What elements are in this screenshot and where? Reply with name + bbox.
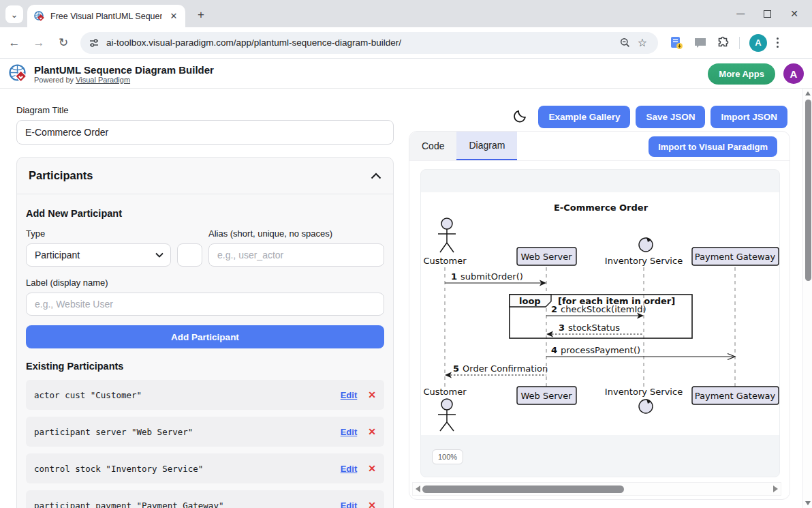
participant-row: participant payment "Payment Gateway" Ed… xyxy=(26,490,384,508)
import-json-button[interactable]: Import JSON xyxy=(710,106,787,128)
tab-close-icon[interactable]: ✕ xyxy=(168,10,180,23)
message-1: 1submitOrder() xyxy=(445,271,546,286)
diagram-viewport[interactable]: E-Commerce Order Customer xyxy=(420,169,780,477)
svg-text:Customer: Customer xyxy=(423,387,467,397)
actor-customer-bottom: Customer xyxy=(423,387,467,431)
scroll-up-icon[interactable] xyxy=(805,91,811,95)
diagram-title-input[interactable] xyxy=(16,120,394,145)
control-inventory-top: Inventory Service xyxy=(605,237,683,266)
comment-icon[interactable] xyxy=(693,37,707,49)
app-logo-icon xyxy=(8,63,29,84)
browser-menu-icon[interactable] xyxy=(777,38,779,48)
spacer-label xyxy=(177,228,202,239)
close-window-icon[interactable]: ✕ xyxy=(790,8,798,19)
type-select-value: Participant xyxy=(35,250,155,260)
zoom-icon[interactable] xyxy=(616,34,634,52)
svg-text:Inventory Service: Inventory Service xyxy=(605,387,683,397)
add-participant-button[interactable]: Add Participant xyxy=(26,325,384,348)
reload-icon[interactable]: ↻ xyxy=(53,33,74,53)
loop-keyword: loop xyxy=(519,296,541,306)
diagram-title-text: E-Commerce Order xyxy=(554,203,649,213)
message-2: 2checkStock(itemId) xyxy=(546,304,646,319)
actor-customer-top: Customer xyxy=(423,218,467,266)
svg-text:Payment Gateway: Payment Gateway xyxy=(695,391,776,401)
dark-mode-toggle[interactable] xyxy=(512,110,526,124)
type-label: Type xyxy=(26,228,171,239)
edit-link[interactable]: Edit xyxy=(341,427,358,437)
participant-web-server-bottom: Web Server xyxy=(517,387,576,404)
import-to-visual-paradigm-button[interactable]: Import to Visual Paradigm xyxy=(649,136,777,157)
horizontal-scroll-thumb[interactable] xyxy=(422,485,624,493)
vertical-scroll-thumb[interactable] xyxy=(805,100,811,281)
delete-icon[interactable]: ✕ xyxy=(368,463,376,474)
save-json-button[interactable]: Save JSON xyxy=(636,106,705,128)
browser-profile-avatar[interactable]: A xyxy=(749,34,767,52)
horizontal-scrollbar[interactable] xyxy=(412,482,781,496)
chevron-down-icon xyxy=(155,252,163,258)
participants-header[interactable]: Participants xyxy=(17,158,393,194)
url-bar[interactable]: ai-toolbox.visual-paradigm.com/app/plant… xyxy=(80,32,658,54)
alias-label: Alias (short, unique, no spaces) xyxy=(208,228,384,239)
participant-web-server-top: Web Server xyxy=(517,248,576,265)
browser-toolbar: ← → ↻ ai-toolbox.visual-paradigm.com/app… xyxy=(0,27,812,59)
new-tab-button[interactable]: + xyxy=(192,6,210,24)
maximize-icon[interactable] xyxy=(764,10,771,18)
svg-text:4processPayment(): 4processPayment() xyxy=(551,345,640,355)
delete-icon[interactable]: ✕ xyxy=(368,500,376,508)
url-text[interactable]: ai-toolbox.visual-paradigm.com/app/plant… xyxy=(106,38,616,48)
display-name-input[interactable] xyxy=(26,293,384,316)
diagram-title-label: Diagram Title xyxy=(16,105,394,115)
message-4: 4processPayment() xyxy=(546,345,735,360)
svg-text:Payment Gateway: Payment Gateway xyxy=(695,252,776,262)
diagram-canvas: E-Commerce Order Customer xyxy=(421,192,779,435)
stereotype-box[interactable] xyxy=(177,243,202,267)
moon-icon xyxy=(512,110,526,124)
forward-icon[interactable]: → xyxy=(29,33,49,53)
tab-code[interactable]: Code xyxy=(409,132,456,160)
display-name-label: Label (display name) xyxy=(26,278,384,288)
scroll-right-icon[interactable] xyxy=(773,485,778,492)
tab-diagram[interactable]: Diagram xyxy=(456,132,517,160)
svg-text:Web Server: Web Server xyxy=(520,252,572,262)
message-5: 5Order Confirmation xyxy=(445,363,548,378)
scroll-down-icon[interactable] xyxy=(805,501,811,505)
scroll-left-icon[interactable] xyxy=(416,485,420,492)
edit-link[interactable]: Edit xyxy=(341,500,358,508)
app-header: PlantUML Sequence Diagram Builder Powere… xyxy=(0,59,812,89)
browser-tab[interactable]: Free Visual PlantUML Sequence ✕ xyxy=(27,5,185,27)
powered-by: Powered by Visual Paradigm xyxy=(34,76,214,84)
reading-list-icon[interactable] xyxy=(669,36,684,50)
minimize-icon[interactable]: — xyxy=(736,9,745,18)
svg-text:Inventory Service: Inventory Service xyxy=(605,256,683,266)
chevron-down-icon: ⌄ xyxy=(11,10,18,20)
edit-link[interactable]: Edit xyxy=(341,390,358,400)
bookmark-star-icon[interactable]: ☆ xyxy=(634,34,651,52)
browser-tab-strip: ⌄ Free Visual PlantUML Sequence ✕ + — ✕ xyxy=(0,0,812,27)
back-icon[interactable]: ← xyxy=(4,33,25,53)
extensions-icon[interactable] xyxy=(717,36,730,49)
zoom-level-badge[interactable]: 100% xyxy=(432,449,463,464)
site-settings-icon[interactable] xyxy=(89,38,99,48)
alias-input[interactable] xyxy=(208,243,384,267)
example-gallery-button[interactable]: Example Gallery xyxy=(538,106,630,128)
chevron-up-icon[interactable] xyxy=(371,173,381,179)
tab-search-button[interactable]: ⌄ xyxy=(5,5,23,23)
participant-row: actor cust "Customer" Edit ✕ xyxy=(26,380,384,410)
visual-paradigm-link[interactable]: Visual Paradigm xyxy=(76,76,130,84)
delete-icon[interactable]: ✕ xyxy=(368,426,376,437)
toolbar-separator xyxy=(739,37,740,49)
svg-text:2checkStock(itemId): 2checkStock(itemId) xyxy=(551,304,646,314)
svg-text:1submitOrder(): 1submitOrder() xyxy=(451,271,523,282)
vertical-scrollbar[interactable] xyxy=(802,89,812,508)
participant-payment-top: Payment Gateway xyxy=(692,248,779,265)
type-select[interactable]: Participant xyxy=(26,243,171,267)
app-title: PlantUML Sequence Diagram Builder xyxy=(34,64,214,76)
edit-link[interactable]: Edit xyxy=(341,464,358,474)
svg-text:5Order Confirmation: 5Order Confirmation xyxy=(453,363,548,374)
right-actions: Example Gallery Save JSON Import JSON xyxy=(409,104,787,129)
output-card: Code Diagram Import to Visual Paradigm E… xyxy=(409,131,790,500)
more-apps-button[interactable]: More Apps xyxy=(708,63,775,85)
delete-icon[interactable]: ✕ xyxy=(368,389,376,400)
svg-text:Customer: Customer xyxy=(423,256,467,266)
user-avatar[interactable]: A xyxy=(783,63,804,84)
